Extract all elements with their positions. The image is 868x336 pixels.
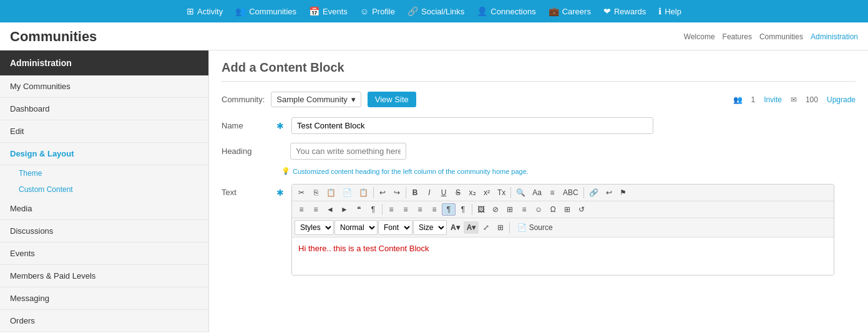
toolbar-pagebreak[interactable]: ↺ — [575, 203, 588, 216]
sidebar-item-orders[interactable]: Orders — [0, 310, 208, 332]
source-button[interactable]: 📄 Source — [512, 221, 558, 234]
styles-dropdown[interactable]: Styles — [295, 220, 334, 235]
sidebar-item-events[interactable]: Events — [0, 242, 208, 265]
nav-social-links[interactable]: 🔗 Social/Links — [407, 6, 464, 16]
rich-text-editor: ✂ ⎘ 📋 📄 📋 ↩ ↪ B I U S x₂ x² Tx — [291, 184, 834, 276]
upgrade-count: 100 — [806, 95, 818, 104]
toolbar-bidi-rtl[interactable]: ¶ — [456, 203, 470, 216]
editor-content-area[interactable]: Hi there.. this is a test Content Block — [292, 238, 834, 275]
sub-link-features[interactable]: Features — [723, 32, 752, 41]
community-dropdown[interactable]: Sample Community ▾ — [271, 92, 361, 107]
toolbar-cut[interactable]: ✂ — [295, 186, 308, 199]
connections-icon: 👤 — [477, 6, 487, 16]
sidebar-item-discussions[interactable]: Discussions — [0, 220, 208, 242]
sub-link-administration[interactable]: Administration — [811, 32, 858, 41]
nav-activity[interactable]: ⊞ Activity — [187, 6, 223, 16]
toolbar-italic[interactable]: I — [422, 186, 436, 199]
toolbar-justify-left[interactable]: ≡ — [384, 203, 398, 216]
nav-rewards[interactable]: ❤ Rewards — [603, 6, 646, 16]
toolbar-paste[interactable]: 📋 — [323, 186, 339, 199]
sidebar-sub-custom-content[interactable]: Custom Content — [0, 181, 208, 198]
invite-count: 1 — [751, 95, 756, 104]
toolbar-unlink[interactable]: ↩ — [602, 186, 616, 199]
toolbar-ol[interactable]: ≡ — [295, 203, 308, 216]
toolbar-spellcheck[interactable]: ABC — [560, 186, 582, 199]
toolbar-row-2: ≡ ≡ ◄ ► ❝ ¶ ≡ ≡ ≡ ≡ ¶ ¶ 🖼 ⊘ ⊞ — [292, 201, 834, 218]
view-site-button[interactable]: View Site — [368, 92, 416, 107]
sub-link-welcome[interactable]: Welcome — [684, 32, 715, 41]
font-dropdown[interactable]: Font — [378, 220, 412, 235]
toolbar-justify-center[interactable]: ≡ — [399, 203, 412, 216]
toolbar-link[interactable]: 🔗 — [586, 186, 602, 199]
heading-input[interactable] — [290, 143, 406, 160]
toolbar-paste-text[interactable]: 📄 — [339, 186, 355, 199]
nav-connections[interactable]: 👤 Connections — [477, 6, 535, 16]
upgrade-link[interactable]: Upgrade — [827, 95, 856, 104]
size-dropdown[interactable]: Size — [413, 220, 447, 235]
sub-link-communities[interactable]: Communities — [759, 32, 803, 41]
toolbar-outdent[interactable]: ◄ — [323, 203, 337, 216]
toolbar-bidi-ltr[interactable]: ¶ — [442, 203, 456, 216]
toolbar-anchor[interactable]: ⚑ — [617, 186, 630, 199]
toolbar-remove-format[interactable]: Tx — [494, 186, 509, 199]
toolbar-special-char[interactable]: Ω — [546, 203, 560, 216]
community-bar-left: Community: Sample Community ▾ View Site — [222, 92, 416, 107]
nav-careers[interactable]: 💼 Careers — [549, 6, 591, 16]
format-dropdown[interactable]: Normal — [334, 220, 378, 235]
toolbar-select-all[interactable]: ≡ — [545, 186, 559, 199]
text-label: Text — [222, 184, 271, 197]
toolbar-iframe[interactable]: ⊞ — [560, 203, 574, 216]
sidebar-item-edit[interactable]: Edit — [0, 120, 208, 143]
social-icon: 🔗 — [407, 6, 418, 16]
toolbar-smiley[interactable]: ☺ — [532, 203, 545, 216]
toolbar-replace[interactable]: Aa — [529, 186, 545, 199]
toolbar-ul[interactable]: ≡ — [309, 203, 323, 216]
main-container: Administration My Communities Dashboard … — [0, 50, 868, 332]
communities-icon: 👥 — [235, 6, 246, 16]
nav-communities[interactable]: 👥 Communities — [235, 6, 296, 16]
toolbar-paste-word[interactable]: 📋 — [356, 186, 371, 199]
toolbar-blockquote[interactable]: ❝ — [352, 203, 366, 216]
sidebar-item-design-layout[interactable]: Design & Layout — [0, 143, 208, 165]
toolbar-copy[interactable]: ⎘ — [309, 186, 323, 199]
toolbar-image[interactable]: 🖼 — [474, 203, 488, 216]
sidebar-item-messaging[interactable]: Messaging — [0, 287, 208, 310]
name-field-row: Name ✱ — [222, 117, 856, 134]
toolbar-flash[interactable]: ⊘ — [489, 203, 502, 216]
text-required-star: ✱ — [276, 184, 284, 198]
toolbar-undo[interactable]: ↩ — [376, 186, 389, 199]
toolbar-justify-block[interactable]: ≡ — [427, 203, 441, 216]
nav-events[interactable]: 📅 Events — [309, 6, 348, 16]
top-navigation: ⊞ Activity 👥 Communities 📅 Events ☺ Prof… — [0, 0, 868, 22]
nav-help[interactable]: ℹ Help — [658, 6, 681, 16]
toolbar-creatediv[interactable]: ¶ — [366, 203, 380, 216]
heading-hint: 💡 Customized content heading for the lef… — [281, 167, 529, 175]
toolbar-justify-right[interactable]: ≡ — [413, 203, 427, 216]
nav-profile[interactable]: ☺ Profile — [360, 6, 395, 16]
name-input[interactable] — [291, 117, 653, 134]
sidebar-item-my-communities[interactable]: My Communities — [0, 75, 208, 98]
profile-icon: ☺ — [360, 6, 369, 16]
toolbar-maximize[interactable]: ⤢ — [479, 221, 493, 234]
toolbar-indent[interactable]: ► — [338, 203, 351, 216]
invite-link[interactable]: Invite — [764, 95, 782, 104]
toolbar-show-blocks[interactable]: ⊞ — [494, 221, 507, 234]
sidebar-item-dashboard[interactable]: Dashboard — [0, 98, 208, 120]
sidebar-sub-theme[interactable]: Theme — [0, 165, 208, 181]
toolbar-sep-4 — [583, 187, 584, 198]
toolbar-redo[interactable]: ↪ — [390, 186, 404, 199]
help-icon: ℹ — [658, 6, 661, 16]
sub-header-links: Welcome Features Communities Administrat… — [684, 32, 858, 41]
toolbar-strikethrough[interactable]: S — [451, 186, 465, 199]
sidebar-item-members[interactable]: Members & Paid Levels — [0, 265, 208, 287]
toolbar-horizontal-rule[interactable]: ≡ — [517, 203, 531, 216]
toolbar-bg-color[interactable]: A▾ — [464, 221, 479, 234]
toolbar-font-color[interactable]: A▾ — [447, 221, 463, 234]
toolbar-superscript[interactable]: x² — [480, 186, 494, 199]
toolbar-bold[interactable]: B — [408, 186, 422, 199]
toolbar-underline[interactable]: U — [437, 186, 451, 199]
toolbar-find[interactable]: 🔍 — [513, 186, 529, 199]
sidebar-item-media[interactable]: Media — [0, 198, 208, 220]
toolbar-subscript[interactable]: x₂ — [466, 186, 479, 199]
toolbar-table[interactable]: ⊞ — [503, 203, 517, 216]
